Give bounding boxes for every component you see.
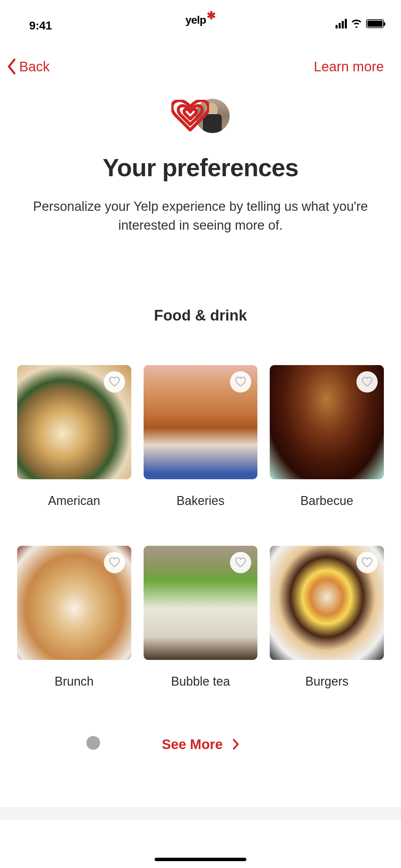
pref-label: Brunch	[17, 674, 131, 689]
see-more-button[interactable]: See More	[0, 737, 401, 752]
pref-card-brunch[interactable]: Brunch	[17, 546, 131, 689]
pref-label: Bubble tea	[144, 674, 258, 689]
status-time: 9:41	[29, 19, 52, 32]
favorite-toggle[interactable]	[230, 371, 251, 393]
touch-indicator	[86, 736, 100, 750]
nav-bar: Back Learn more	[0, 34, 401, 88]
chevron-left-icon	[7, 58, 16, 75]
learn-more-link[interactable]: Learn more	[314, 59, 394, 74]
favorite-toggle[interactable]	[104, 552, 125, 573]
cellular-icon	[336, 19, 347, 28]
yelp-burst-icon: ✱	[207, 9, 216, 22]
battery-icon	[366, 19, 384, 28]
preferences-heart-icon	[171, 100, 209, 132]
wifi-icon	[351, 20, 362, 28]
status-indicators	[336, 19, 384, 28]
pref-image	[270, 365, 384, 479]
pref-image	[17, 546, 131, 660]
heart-outline-icon	[361, 377, 373, 387]
heart-outline-icon	[235, 557, 246, 568]
see-more-label: See More	[162, 737, 223, 752]
pref-image	[270, 546, 384, 660]
pref-card-bakeries[interactable]: Bakeries	[144, 365, 258, 508]
pref-card-american[interactable]: American	[17, 365, 131, 508]
preferences-grid: American Bakeries Barbecue Brunch	[0, 365, 401, 688]
section-title-food-drink: Food & drink	[0, 307, 401, 324]
pref-image	[144, 365, 258, 479]
pref-image	[144, 546, 258, 660]
favorite-toggle[interactable]	[356, 371, 378, 393]
page-subtitle: Personalize your Yelp experience by tell…	[27, 197, 374, 235]
pref-label: American	[17, 494, 131, 508]
heart-outline-icon	[109, 557, 120, 568]
pref-label: Burgers	[270, 674, 384, 689]
favorite-toggle[interactable]	[230, 552, 251, 573]
pref-card-bubble-tea[interactable]: Bubble tea	[144, 546, 258, 689]
back-button[interactable]: Back	[7, 58, 50, 75]
heart-outline-icon	[109, 377, 120, 387]
pref-label: Bakeries	[144, 494, 258, 508]
heart-outline-icon	[361, 557, 373, 568]
status-bar: 9:41 yelp ✱	[0, 0, 401, 34]
pref-card-burgers[interactable]: Burgers	[270, 546, 384, 689]
pref-image	[17, 365, 131, 479]
heart-outline-icon	[235, 377, 246, 387]
pref-card-barbecue[interactable]: Barbecue	[270, 365, 384, 508]
back-label: Back	[19, 59, 50, 74]
chevron-right-icon	[232, 738, 239, 750]
yelp-logo: yelp ✱	[185, 14, 216, 26]
hero-badge	[0, 99, 401, 133]
home-indicator[interactable]	[155, 858, 246, 861]
favorite-toggle[interactable]	[104, 371, 125, 393]
yelp-logo-text: yelp	[185, 14, 206, 26]
section-divider	[0, 807, 401, 820]
page-title: Your preferences	[0, 154, 401, 182]
pref-label: Barbecue	[270, 494, 384, 508]
favorite-toggle[interactable]	[356, 552, 378, 573]
